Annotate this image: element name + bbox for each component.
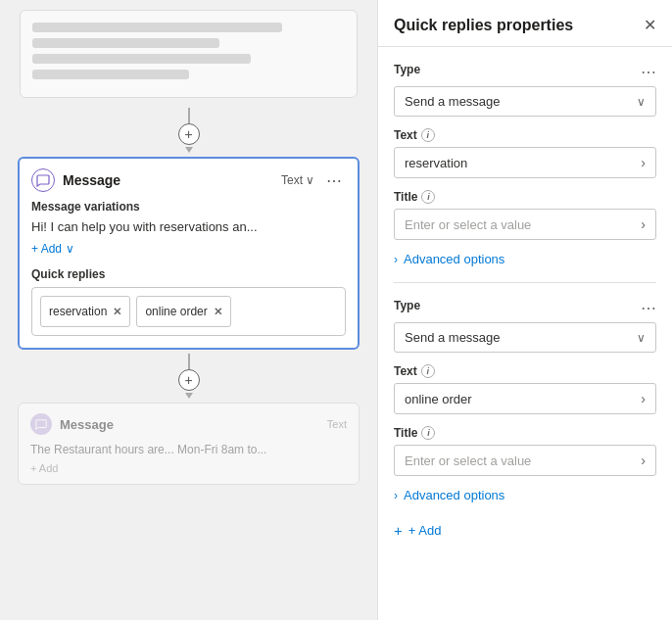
panel-title: Quick replies properties bbox=[394, 17, 573, 34]
type-label-2: Type bbox=[394, 299, 420, 312]
message-card: Message Text ∨ ⋯ Message variations Hi! … bbox=[18, 157, 360, 350]
tag-online-order[interactable]: online order ✕ bbox=[136, 296, 230, 327]
title-info-icon-2: i bbox=[421, 426, 435, 440]
connector-line-bottom bbox=[188, 354, 190, 369]
type-label-row-2: Type ⋯ bbox=[394, 299, 656, 317]
message-card-title: Message bbox=[63, 172, 273, 188]
tag-online-order-remove[interactable]: ✕ bbox=[214, 306, 222, 318]
quick-replies-box: reservation ✕ online order ✕ bbox=[31, 287, 346, 336]
right-panel-header: Quick replies properties ✕ bbox=[378, 0, 672, 47]
advanced-chevron-1: › bbox=[394, 253, 398, 266]
top-blurred-card bbox=[20, 10, 358, 98]
add-chevron-icon: ∨ bbox=[66, 242, 74, 256]
text-input-2[interactable]: online order › bbox=[394, 383, 656, 414]
type-chevron-icon: ∨ bbox=[306, 173, 314, 187]
text-row-1: Text i reservation › bbox=[394, 128, 656, 178]
add-quick-reply-button[interactable]: + + Add bbox=[394, 514, 656, 547]
tag-reservation[interactable]: reservation ✕ bbox=[40, 296, 130, 327]
type-value-1: Send a message bbox=[405, 94, 501, 109]
message-card-header: Message Text ∨ ⋯ bbox=[20, 159, 358, 200]
type-value-2: Send a message bbox=[405, 330, 501, 345]
type-label-1: Type bbox=[394, 63, 420, 76]
title-label-2: Title i bbox=[394, 426, 656, 440]
text-input-1[interactable]: reservation › bbox=[394, 147, 656, 178]
text-value-2: online order bbox=[405, 392, 472, 406]
add-icon: + bbox=[394, 522, 403, 539]
advanced-label-1: Advanced options bbox=[404, 252, 504, 266]
variation-text: Hi! I can help you with reservations an.… bbox=[31, 219, 346, 234]
message-type-label[interactable]: Text ∨ bbox=[281, 173, 314, 187]
type-dropdown-2[interactable]: Send a message ∨ bbox=[394, 322, 656, 353]
text-label-1: Text i bbox=[394, 128, 656, 142]
bottom-card-icon bbox=[30, 413, 52, 435]
text-info-icon-2: i bbox=[421, 364, 435, 378]
type-row-1: Type ⋯ Send a message ∨ bbox=[394, 63, 656, 117]
text-info-icon-1: i bbox=[421, 128, 435, 142]
left-panel: + Message Text ∨ ⋯ Message variations Hi… bbox=[0, 0, 377, 620]
quick-replies-label: Quick replies bbox=[31, 267, 346, 281]
title-row-1: Title i Enter or select a value › bbox=[394, 190, 656, 240]
bottom-connector: + bbox=[0, 354, 377, 399]
text-value-1: reservation bbox=[405, 156, 467, 170]
tag-reservation-text: reservation bbox=[49, 305, 107, 318]
add-node-button-bottom[interactable]: + bbox=[178, 369, 200, 391]
bottom-card-header: Message Text bbox=[30, 413, 347, 435]
type-dropdown-chevron-2: ∨ bbox=[637, 331, 646, 345]
title-arrow-2: › bbox=[641, 453, 646, 468]
right-panel: Quick replies properties ✕ Type ⋯ Send a… bbox=[377, 0, 672, 620]
right-panel-content: Type ⋯ Send a message ∨ Text i reservati… bbox=[378, 47, 672, 620]
variations-label: Message variations bbox=[31, 200, 346, 214]
advanced-options-1[interactable]: › Advanced options bbox=[394, 252, 656, 266]
title-info-icon-1: i bbox=[421, 190, 435, 204]
top-connector: + bbox=[0, 108, 377, 153]
bottom-card-text: The Restaurant hours are... Mon-Fri 8am … bbox=[30, 443, 347, 456]
title-label-1: Title i bbox=[394, 190, 656, 204]
connector-arrow-bottom bbox=[185, 393, 193, 399]
properties-section-1: Type ⋯ Send a message ∨ Text i reservati… bbox=[394, 63, 656, 266]
bottom-card-type: Text bbox=[327, 418, 347, 430]
advanced-label-2: Advanced options bbox=[404, 488, 504, 502]
title-input-1[interactable]: Enter or select a value › bbox=[394, 209, 656, 240]
title-placeholder-2: Enter or select a value bbox=[405, 453, 531, 468]
title-input-2[interactable]: Enter or select a value › bbox=[394, 445, 656, 476]
type-dropdown-1[interactable]: Send a message ∨ bbox=[394, 86, 656, 117]
tag-reservation-remove[interactable]: ✕ bbox=[113, 306, 121, 318]
type-label-row-1: Type ⋯ bbox=[394, 63, 656, 81]
connector-arrow-top bbox=[185, 147, 193, 153]
text-label-2: Text i bbox=[394, 364, 656, 378]
add-node-button-top[interactable]: + bbox=[178, 123, 200, 145]
advanced-options-2[interactable]: › Advanced options bbox=[394, 488, 656, 502]
add-variation-button[interactable]: + Add ∨ bbox=[31, 242, 346, 256]
close-panel-button[interactable]: ✕ bbox=[644, 16, 656, 34]
advanced-chevron-2: › bbox=[394, 489, 398, 502]
type-dropdown-chevron-1: ∨ bbox=[637, 95, 646, 109]
bottom-blurred-card: Message Text The Restaurant hours are...… bbox=[18, 403, 360, 485]
tag-online-order-text: online order bbox=[145, 305, 207, 318]
text-arrow-1: › bbox=[641, 155, 646, 170]
message-card-body: Message variations Hi! I can help you wi… bbox=[20, 200, 358, 348]
text-row-2: Text i online order › bbox=[394, 364, 656, 414]
title-row-2: Title i Enter or select a value › bbox=[394, 426, 656, 476]
message-menu-button[interactable]: ⋯ bbox=[322, 171, 346, 190]
add-btn-label: + Add bbox=[408, 523, 442, 538]
type-menu-2[interactable]: ⋯ bbox=[641, 299, 656, 317]
type-menu-1[interactable]: ⋯ bbox=[641, 63, 656, 81]
type-row-2: Type ⋯ Send a message ∨ bbox=[394, 299, 656, 353]
title-placeholder-1: Enter or select a value bbox=[405, 217, 531, 232]
properties-section-2: Type ⋯ Send a message ∨ Text i online or… bbox=[394, 282, 656, 547]
title-arrow-1: › bbox=[641, 216, 646, 232]
bottom-card-title: Message bbox=[60, 417, 319, 432]
connector-line-top bbox=[188, 108, 190, 123]
bottom-add-button: + Add bbox=[30, 462, 347, 474]
message-bubble-icon bbox=[31, 168, 55, 192]
text-arrow-2: › bbox=[641, 391, 646, 406]
